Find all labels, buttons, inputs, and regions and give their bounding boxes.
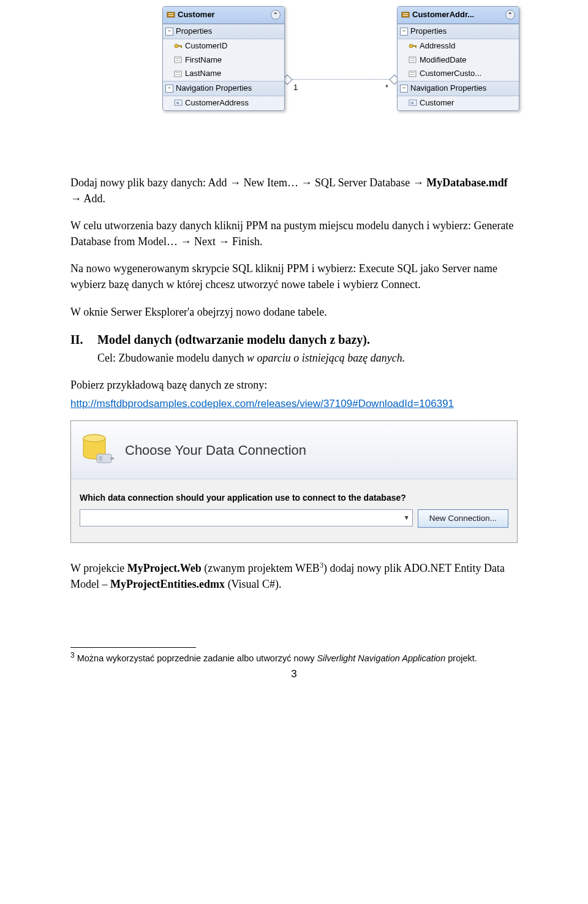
property-name: AddressId: [420, 40, 456, 52]
property-row[interactable]: AddressId: [398, 39, 519, 53]
property-name: FirstName: [185, 55, 222, 66]
cardinality-right: *: [385, 82, 388, 94]
toggle-minus-icon[interactable]: −: [400, 85, 408, 93]
toggle-minus-icon[interactable]: −: [165, 28, 173, 36]
nav-property-row[interactable]: CustomerAddress: [163, 96, 284, 110]
nav-section[interactable]: − Navigation Properties: [163, 81, 284, 96]
property-icon: [174, 70, 183, 78]
property-icon: [409, 70, 417, 78]
entity-icon: [401, 10, 410, 19]
entity-title: Customer: [178, 9, 268, 21]
key-icon: [174, 42, 183, 50]
svg-rect-14: [403, 13, 408, 14]
svg-rect-11: [176, 74, 180, 75]
property-icon: [409, 56, 417, 64]
svg-rect-22: [409, 71, 416, 77]
nav-property-row[interactable]: Customer: [398, 96, 519, 110]
paragraph: Dodaj nowy plik bazy danych: Add → New I…: [70, 175, 518, 207]
download-link[interactable]: http://msftdbprodsamples.codeplex.com/re…: [70, 398, 454, 409]
nav-icon: [174, 99, 183, 107]
svg-rect-5: [181, 45, 182, 48]
property-row[interactable]: FirstName: [163, 53, 284, 67]
svg-rect-21: [410, 60, 415, 61]
cardinality-left: 1: [293, 82, 298, 94]
nav-property-name: CustomerAddress: [185, 97, 249, 109]
footnote-rule: [70, 647, 196, 648]
svg-rect-10: [176, 72, 180, 73]
svg-rect-18: [415, 45, 417, 48]
svg-rect-1: [168, 13, 173, 14]
entity-icon: [167, 10, 175, 19]
paragraph: Na nowo wygenerowanym skrypcie SQL klikn…: [70, 260, 518, 292]
section-label: Navigation Properties: [410, 83, 486, 94]
new-connection-button[interactable]: New Connection...: [418, 509, 508, 528]
entity-header[interactable]: CustomerAddr... ⌃: [398, 7, 519, 24]
nav-icon: [409, 99, 417, 107]
properties-section[interactable]: − Properties: [398, 24, 519, 39]
property-row[interactable]: ModifiedDate: [398, 53, 519, 67]
paragraph: W celu utworzenia bazy danych kliknij PP…: [70, 218, 518, 249]
relation-line: 1 *: [285, 74, 397, 86]
section-label: Navigation Properties: [176, 83, 252, 94]
svg-rect-6: [175, 57, 181, 63]
entity-title: CustomerAddr...: [412, 9, 503, 21]
entity-customer[interactable]: Customer ⌃ − Properties CustomerID First…: [162, 6, 285, 111]
svg-rect-13: [402, 12, 409, 17]
property-row[interactable]: CustomerID: [163, 39, 284, 53]
svg-rect-29: [99, 456, 102, 461]
nav-section[interactable]: − Navigation Properties: [398, 81, 519, 96]
svg-rect-2: [168, 15, 173, 16]
collapse-icon[interactable]: ⌃: [505, 10, 515, 20]
svg-rect-15: [403, 15, 408, 16]
property-name: CustomerCusto...: [420, 68, 481, 80]
wizard-title: Choose Your Data Connection: [125, 441, 306, 460]
property-row[interactable]: LastName: [163, 67, 284, 81]
wizard-banner: Choose Your Data Connection: [71, 421, 517, 479]
paragraph: W oknie Serwer Eksplorer'a obejrzyj nowo…: [70, 304, 518, 320]
entity-header[interactable]: Customer ⌃: [163, 7, 284, 24]
property-icon: [174, 56, 183, 64]
property-row[interactable]: CustomerCusto...: [398, 67, 519, 81]
svg-rect-19: [409, 57, 416, 63]
wizard-question: Which data connection should your applic…: [80, 492, 508, 504]
toggle-minus-icon[interactable]: −: [165, 85, 173, 93]
chevron-down-icon: ▼: [404, 514, 410, 523]
nav-property-name: Customer: [420, 97, 454, 109]
property-name: LastName: [185, 68, 221, 80]
page-number: 3: [70, 667, 518, 682]
svg-rect-9: [175, 71, 181, 77]
database-plug-icon: [80, 432, 115, 468]
property-name: ModifiedDate: [420, 55, 467, 66]
section-label: Properties: [410, 26, 447, 37]
connection-dropdown[interactable]: ▼: [80, 509, 413, 526]
section-heading: II. Model danych (odtwarzanie modelu dan…: [70, 331, 518, 349]
svg-rect-7: [176, 58, 180, 59]
collapse-icon[interactable]: ⌃: [271, 10, 281, 20]
section-label: Properties: [176, 26, 212, 37]
svg-rect-23: [410, 72, 415, 73]
svg-rect-8: [176, 60, 180, 61]
wizard-dialog: Choose Your Data Connection Which data c…: [70, 420, 518, 542]
svg-rect-20: [410, 58, 415, 59]
entity-customer-address[interactable]: CustomerAddr... ⌃ − Properties AddressId…: [397, 6, 519, 111]
toggle-minus-icon[interactable]: −: [400, 28, 408, 36]
paragraph: Pobierz przykładową bazę danych ze stron…: [70, 377, 518, 393]
section-subtitle: Cel: Zbudowanie modelu danych w oparciu …: [97, 350, 518, 366]
property-name: CustomerID: [185, 40, 227, 52]
key-icon: [409, 42, 417, 50]
svg-rect-0: [167, 12, 175, 17]
svg-point-27: [83, 435, 105, 442]
svg-rect-24: [410, 74, 415, 75]
er-diagram: 1 * Customer ⌃ − Properties CustomerID: [162, 6, 518, 156]
properties-section[interactable]: − Properties: [163, 24, 284, 39]
footnote: 3 Można wykorzystać poprzednie zadanie a…: [70, 650, 518, 665]
paragraph: W projekcie MyProject.Web (zwanym projek…: [70, 560, 518, 592]
